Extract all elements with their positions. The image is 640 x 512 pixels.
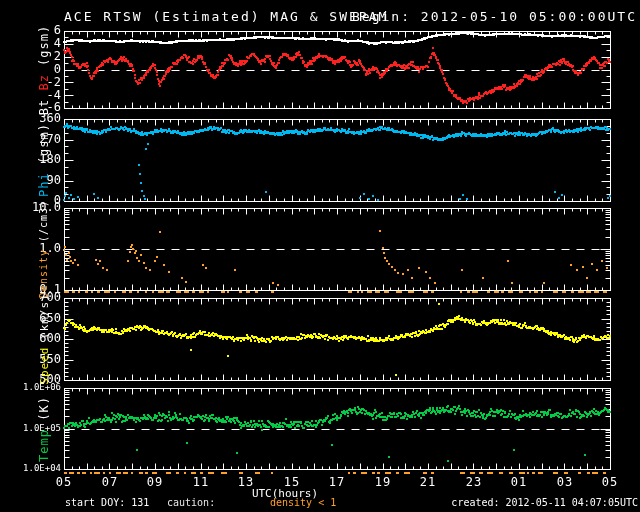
x-tick-label: 03 xyxy=(548,475,582,489)
x-tick-label: 09 xyxy=(138,475,172,489)
y-tick-label-temp: 1.0E+06 xyxy=(0,383,61,392)
y-tick-label-bt-bz: 2 xyxy=(0,50,61,62)
y-axis-label-part: Temp xyxy=(37,429,51,462)
y-axis-label-part: (gsm) xyxy=(37,123,51,172)
ace-rtsw-plot: ACE RTSW (Estimated) MAG & SWEPAM Begin:… xyxy=(0,0,640,512)
created-timestamp: created: 2012-05-11 04:07:05UTC xyxy=(451,497,638,508)
y-tick-label-density: 1.0 xyxy=(0,242,61,254)
y-axis-label-density: Density (/cm3) xyxy=(39,200,49,298)
y-axis-label-phi: Phi (gsm) xyxy=(38,123,50,197)
y-tick-label-speed: 600 xyxy=(0,332,61,344)
x-tick-label: 11 xyxy=(184,475,218,489)
y-tick-label-bt-bz: 6 xyxy=(0,24,61,36)
x-tick-label: 13 xyxy=(229,475,263,489)
y-tick-label-temp: 1.0E+05 xyxy=(0,424,61,433)
y-tick-label-speed: 700 xyxy=(0,291,61,303)
caution-value: density < 1 xyxy=(270,497,336,508)
x-tick-label: 21 xyxy=(411,475,445,489)
y-tick-label-phi: 90 xyxy=(0,174,61,186)
y-axis-label-part: Speed xyxy=(38,347,51,385)
caution-label: caution: xyxy=(167,497,215,508)
y-tick-label-bt-bz: 4 xyxy=(0,37,61,49)
x-tick-label: 07 xyxy=(93,475,127,489)
y-axis-label-speed: Speed (km/s) xyxy=(39,293,50,384)
x-tick-label: 17 xyxy=(320,475,354,489)
y-axis-label-part: Bz xyxy=(37,74,51,90)
y-tick-label-density: 10.0 xyxy=(0,201,61,213)
y-tick-label-phi: 360 xyxy=(0,112,61,124)
y-axis-label-part: (gsm) xyxy=(37,25,51,74)
x-tick-label: 05 xyxy=(47,475,81,489)
y-axis-label-temp: Temp (K) xyxy=(38,396,50,462)
y-axis-label-bt-bz: Bt Bz (gsm) xyxy=(38,25,50,116)
y-axis-label-part: (km/s) xyxy=(38,293,51,346)
y-axis-label-part: (/cm3) xyxy=(38,200,49,249)
y-tick-label-phi: 270 xyxy=(0,133,61,145)
start-doy-label: start DOY: 131 xyxy=(65,497,149,508)
y-axis-label-part: (K) xyxy=(37,396,51,429)
y-tick-label-speed: 650 xyxy=(0,312,61,324)
x-tick-label: 15 xyxy=(275,475,309,489)
y-tick-label-phi: 180 xyxy=(0,153,61,165)
y-axis-label-part: Phi xyxy=(37,172,51,197)
x-tick-label: 23 xyxy=(457,475,491,489)
x-tick-label: 19 xyxy=(366,475,400,489)
y-tick-label-bt-bz: -2 xyxy=(0,76,61,88)
page-title: ACE RTSW (Estimated) MAG & SWEPAM xyxy=(64,9,388,24)
begin-timestamp: Begin: 2012-05-10 05:00:00UTC xyxy=(352,9,637,24)
x-tick-label: 01 xyxy=(502,475,536,489)
y-tick-label-temp: 1.0E+04 xyxy=(0,464,61,473)
y-tick-label-bt-bz: 0 xyxy=(0,63,61,75)
y-tick-label-speed: 550 xyxy=(0,353,61,365)
x-tick-label: 05 xyxy=(593,475,627,489)
plot-canvas xyxy=(0,0,640,512)
